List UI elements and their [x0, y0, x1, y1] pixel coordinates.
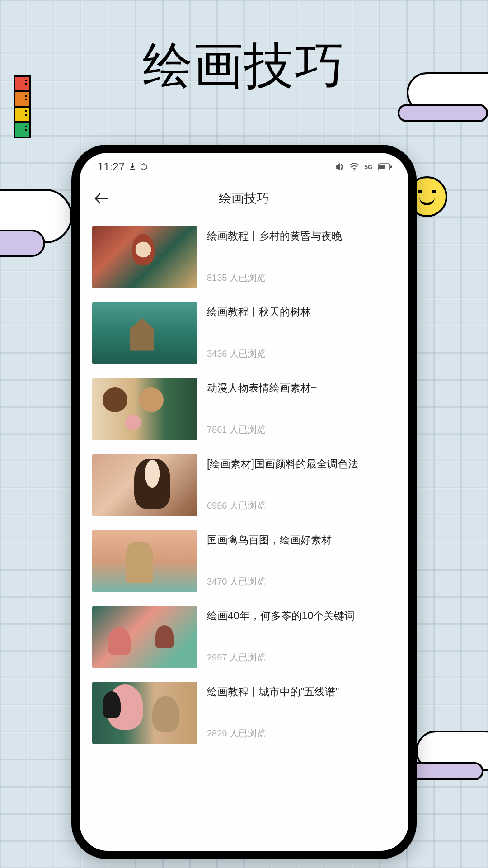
article-views: 3470 人已浏览: [207, 576, 396, 588]
battery-icon: [378, 163, 392, 170]
article-title: 绘画40年，何多苓的10个关键词: [207, 609, 396, 623]
wifi-icon: [349, 163, 359, 171]
pixel-block-red: [14, 75, 31, 92]
pixel-block-orange: [14, 90, 31, 108]
pixel-block-yellow: [14, 106, 31, 123]
article-title: 绘画教程丨城市中的"五线谱": [207, 684, 396, 699]
svg-rect-4: [379, 165, 385, 169]
article-title: 绘画教程丨乡村的黄昏与夜晚: [207, 229, 396, 243]
article-thumbnail: [92, 682, 197, 744]
pixel-block-stack: [14, 75, 31, 137]
article-views: 8135 人已浏览: [207, 272, 396, 284]
list-item[interactable]: [绘画素材]国画颜料的最全调色法6986 人已浏览: [92, 454, 396, 516]
cloud-decoration: [407, 731, 488, 794]
article-title: 绘画教程丨秋天的树林: [207, 305, 396, 319]
phone-frame: 11:27 5G: [71, 145, 417, 859]
article-views: 6986 人已浏览: [207, 500, 396, 512]
list-item[interactable]: 绘画教程丨城市中的"五线谱"2829 人已浏览: [92, 682, 396, 744]
download-icon: [129, 163, 136, 170]
article-views: 3436 人已浏览: [207, 348, 396, 360]
article-thumbnail: [92, 530, 197, 592]
article-thumbnail: [92, 226, 197, 288]
article-thumbnail: [92, 454, 197, 516]
svg-point-1: [353, 170, 355, 171]
article-thumbnail: [92, 378, 197, 440]
svg-rect-3: [390, 165, 392, 168]
article-views: 2997 人已浏览: [207, 651, 396, 664]
network-label: 5G: [365, 164, 372, 170]
article-thumbnail: [92, 606, 197, 668]
article-views: 7861 人已浏览: [207, 424, 396, 436]
hexagon-icon: [140, 163, 147, 170]
article-thumbnail: [92, 302, 197, 364]
svg-marker-0: [141, 164, 146, 170]
list-item[interactable]: 动漫人物表情绘画素材~7861 人已浏览: [92, 378, 396, 440]
nav-bar: 绘画技巧: [80, 181, 408, 216]
status-time: 11:27: [98, 160, 125, 173]
article-title: 动漫人物表情绘画素材~: [207, 381, 396, 395]
list-item[interactable]: 绘画40年，何多苓的10个关键词2997 人已浏览: [92, 606, 396, 668]
phone-screen: 11:27 5G: [80, 153, 408, 851]
article-title: 国画禽鸟百图，绘画好素材: [207, 533, 396, 547]
list-item[interactable]: 绘画教程丨乡村的黄昏与夜晚8135 人已浏览: [92, 226, 396, 288]
pixel-block-green: [14, 121, 31, 138]
list-item[interactable]: 国画禽鸟百图，绘画好素材3470 人已浏览: [92, 530, 396, 592]
list-item[interactable]: 绘画教程丨秋天的树林3436 人已浏览: [92, 302, 396, 364]
back-button[interactable]: [92, 189, 110, 208]
mute-icon: [335, 162, 344, 171]
status-bar: 11:27 5G: [80, 153, 408, 181]
article-views: 2829 人已浏览: [207, 727, 396, 740]
article-title: [绘画素材]国画颜料的最全调色法: [207, 457, 396, 471]
cloud-decoration: [398, 72, 488, 136]
nav-title: 绘画技巧: [80, 190, 408, 207]
article-list[interactable]: 绘画教程丨乡村的黄昏与夜晚8135 人已浏览绘画教程丨秋天的树林3436 人已浏…: [80, 216, 408, 851]
